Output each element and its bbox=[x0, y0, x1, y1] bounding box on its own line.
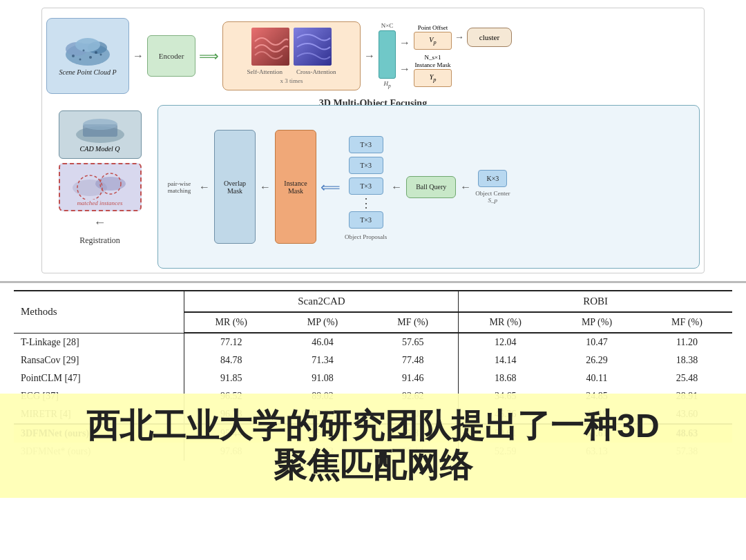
tx3-box-2: T×3 bbox=[349, 157, 383, 174]
arrow-4: → → bbox=[399, 37, 410, 75]
arrow-kx3: ← bbox=[460, 181, 471, 193]
instance-mask-label-bottom: InstanceMask bbox=[281, 177, 309, 197]
tx3-label-4: T×3 bbox=[360, 216, 372, 224]
svg-point-7 bbox=[100, 54, 102, 56]
bottom-pipeline: CAD Model Q matched instances ← Registra… bbox=[46, 105, 700, 269]
scan2cad-header: Scan2CAD bbox=[184, 291, 459, 312]
table-cell: 91.85 bbox=[184, 369, 278, 387]
table-row: PointCLM [47]91.8591.0891.4618.6840.1125… bbox=[14, 369, 732, 387]
mr1-header: MR (%) bbox=[184, 312, 278, 333]
cross-attn-svg bbox=[294, 28, 332, 66]
svg-point-14 bbox=[83, 119, 117, 130]
matched-instances-icon bbox=[69, 168, 131, 200]
scene-point-cloud-box: Scene Point Cloud P bbox=[46, 18, 129, 94]
table-cell: 25.48 bbox=[642, 369, 732, 387]
table-cell: 10.47 bbox=[552, 333, 642, 351]
arrow-3: → bbox=[364, 50, 375, 62]
overlap-mask-label: OverlapMask bbox=[221, 177, 249, 197]
attention-area: Self-Attention Cross-Attention x 3 times bbox=[222, 21, 361, 90]
table-cell: 91.08 bbox=[278, 369, 367, 387]
table-area: Methods Scan2CAD ROBI MR (%) MP (%) MF (… bbox=[0, 283, 746, 560]
table-row: RansaCov [29]84.7871.3477.4814.1426.2918… bbox=[14, 351, 732, 369]
object-center-label: Object Center S_p bbox=[475, 190, 510, 204]
tx3-label-2: T×3 bbox=[360, 162, 372, 169]
matched-label: matched instances bbox=[77, 200, 122, 206]
table-cell: 71.34 bbox=[278, 351, 367, 369]
table-header-top: Methods Scan2CAD ROBI bbox=[14, 291, 732, 312]
self-attention-label: Self-Attention bbox=[247, 68, 283, 75]
cad-label: CAD Model Q bbox=[80, 145, 120, 153]
instance-mask-col: N_s×1 Instance Mask Yp bbox=[414, 54, 452, 87]
attn-sub-labels: Self-Attention Cross-Attention bbox=[247, 68, 336, 75]
diagram-area: Scene Point Cloud P → Encoder ⟹ bbox=[0, 0, 746, 283]
table-cell: 14.14 bbox=[459, 351, 552, 369]
cross-attention-visual bbox=[294, 28, 332, 66]
cluster-box: cluster bbox=[467, 28, 512, 47]
table-cell: 77.48 bbox=[367, 351, 459, 369]
yp-box: Yp bbox=[414, 69, 452, 87]
table-cell: 40.11 bbox=[552, 369, 642, 387]
cad-model-box: CAD Model Q bbox=[59, 110, 142, 159]
svg-point-5 bbox=[79, 59, 82, 61]
arrow-1: → bbox=[133, 50, 144, 62]
registration-label: Registration bbox=[79, 235, 120, 246]
instance-mask-title: Instance Mask bbox=[414, 61, 450, 68]
arrow-overlap-inst: ← bbox=[260, 181, 271, 193]
watermark-line2: 聚焦匹配网络 bbox=[274, 447, 472, 483]
tx3-label-1: T×3 bbox=[360, 141, 372, 148]
ball-query-label: Ball Query bbox=[416, 183, 446, 191]
table-cell: 84.78 bbox=[184, 351, 278, 369]
table-cell: T-Linkage [28] bbox=[14, 333, 184, 351]
sp-label: S_p bbox=[488, 197, 498, 204]
table-cell: RansaCov [29] bbox=[14, 351, 184, 369]
table-cell: PointCLM [47] bbox=[14, 369, 184, 387]
svg-point-4 bbox=[72, 55, 75, 57]
table-cell: 77.12 bbox=[184, 333, 278, 351]
encoder-box: Encoder bbox=[147, 35, 195, 77]
dots-separator: ⋮ bbox=[360, 198, 372, 208]
arrow-bq: ← bbox=[391, 181, 402, 193]
point-offset-row: Point Offset Vp → cluster bbox=[414, 24, 512, 50]
object-proposals-label: Object Proposals bbox=[345, 233, 387, 240]
svg-point-9 bbox=[95, 51, 97, 54]
nxc-label: N×C bbox=[381, 22, 394, 29]
vp-label: Vp bbox=[429, 36, 436, 46]
svg-point-8 bbox=[83, 50, 85, 52]
table-cell: 11.20 bbox=[642, 333, 732, 351]
svg-point-3 bbox=[75, 38, 100, 52]
overlap-mask-rect: OverlapMask bbox=[214, 130, 256, 244]
point-offset-col: Point Offset Vp bbox=[414, 24, 452, 50]
watermark-line1: 西北工业大学的研究团队提出了一种3D bbox=[86, 407, 659, 444]
matched-instances-box: matched instances bbox=[59, 163, 142, 211]
svg-point-6 bbox=[89, 56, 92, 59]
ns-label: N_s×1 bbox=[424, 54, 441, 61]
x3-label: x 3 times bbox=[280, 77, 303, 84]
arrow-2: ⟹ bbox=[199, 48, 219, 64]
proposals-col: T×3 T×3 T×3 ⋮ T×3 Object Proposals bbox=[345, 133, 387, 240]
table-cell: 91.46 bbox=[367, 369, 459, 387]
top-ribbon: Scene Point Cloud P → Encoder ⟹ bbox=[46, 12, 700, 99]
scene-cloud-icon bbox=[63, 35, 113, 68]
kx3-label: K×3 bbox=[486, 175, 499, 182]
tx3-label-3: T×3 bbox=[360, 182, 372, 190]
cad-model-icon bbox=[73, 117, 128, 145]
nxc-bar bbox=[379, 30, 396, 79]
table-cell: 57.65 bbox=[367, 333, 459, 351]
yp-label: Yp bbox=[430, 73, 437, 83]
self-attn-svg bbox=[251, 28, 289, 66]
feature-bars: N×C Hp bbox=[379, 22, 396, 89]
arrow-left: ← bbox=[94, 215, 106, 230]
point-offset-title: Point Offset bbox=[418, 24, 448, 31]
mp2-header: MP (%) bbox=[552, 312, 642, 333]
kx3-box: K×3 bbox=[478, 170, 507, 187]
svg-rect-11 bbox=[294, 28, 332, 66]
ball-query-box: Ball Query bbox=[406, 176, 456, 198]
mr2-header: MR (%) bbox=[459, 312, 552, 333]
table-cell: 12.04 bbox=[459, 333, 552, 351]
mf2-header: MF (%) bbox=[642, 312, 732, 333]
self-attention-col bbox=[251, 28, 289, 66]
table-cell: 26.29 bbox=[552, 351, 642, 369]
watermark-text: 西北工业大学的研究团队提出了一种3D 聚焦匹配网络 bbox=[28, 406, 718, 485]
tx3-box-1: T×3 bbox=[349, 136, 383, 153]
methods-header: Methods bbox=[14, 291, 184, 333]
